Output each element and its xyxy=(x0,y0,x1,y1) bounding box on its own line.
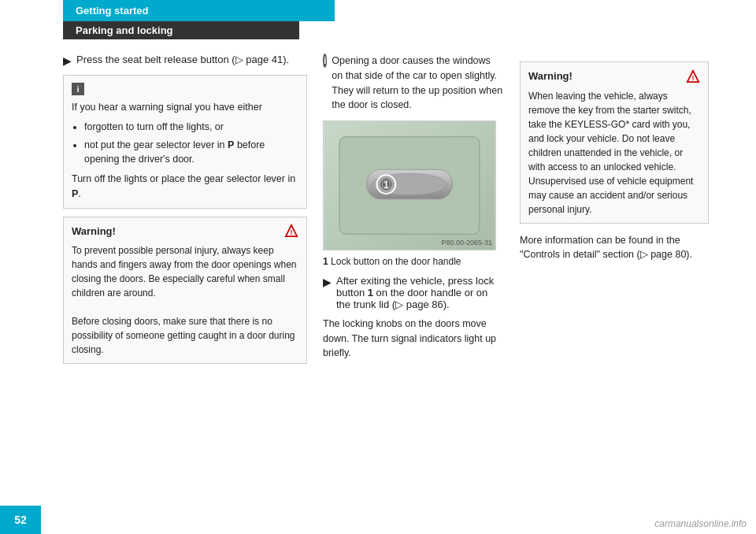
svg-text:1: 1 xyxy=(384,180,389,191)
info-text-intro: If you hear a warning signal you have ei… xyxy=(72,100,298,115)
warning-body-right: When leaving the vehicle, always remove … xyxy=(528,89,700,217)
header-title: Getting started xyxy=(76,5,148,17)
info-box: i If you hear a warning signal you have … xyxy=(63,75,307,209)
bullet-item-2: not put the gear selector lever in P bef… xyxy=(84,138,298,168)
step1-item: ▶ Press the seat belt release button (▷ … xyxy=(63,54,307,67)
left-column: ▶ Press the seat belt release button (▷ … xyxy=(63,54,307,364)
step2-item: ▶ After exiting the vehicle, press lock … xyxy=(323,275,504,310)
bullet-item-1: forgotten to turn off the lights, or xyxy=(84,120,298,135)
locking-text: The locking knobs on the doors move down… xyxy=(323,317,504,361)
main-content: ▶ Press the seat belt release button (▷ … xyxy=(0,54,756,364)
header-bar: Getting started xyxy=(63,0,335,21)
more-info-text: More information can be found in the "Co… xyxy=(520,233,709,263)
step1-text: Press the seat belt release button (▷ pa… xyxy=(76,54,289,65)
caption-label: Lock button on the door handle xyxy=(331,256,461,267)
opening-door-text: Opening a door causes the windows on tha… xyxy=(332,54,504,113)
warning-box-left: Warning! ! To prevent possible personal … xyxy=(63,217,307,365)
mid-info-row: i Opening a door causes the windows on t… xyxy=(323,54,504,113)
right-column: Warning! ! When leaving the vehicle, alw… xyxy=(520,54,709,364)
bullet-list: forgotten to turn off the lights, or not… xyxy=(84,120,298,167)
svg-text:!: ! xyxy=(291,229,293,237)
door-image: 1 P80.00-2065-31 xyxy=(323,121,496,250)
caption-text: 1 Lock button on the door handle xyxy=(323,255,504,269)
page-number: 52 xyxy=(0,506,41,534)
watermark: carmanualsonline.info xyxy=(654,518,747,529)
caption-number: 1 xyxy=(323,256,328,267)
info-icon: i xyxy=(72,83,84,95)
warning-label-right: Warning! xyxy=(528,69,573,84)
mid-column: i Opening a door causes the windows on t… xyxy=(323,54,504,364)
turn-off-text: Turn off the lights or place the gear se… xyxy=(72,172,298,202)
door-handle-svg: 1 xyxy=(324,121,495,250)
step2-arrow: ▶ xyxy=(323,276,332,288)
warning-label-left: Warning! xyxy=(72,224,116,239)
step1-arrow: ▶ xyxy=(63,54,72,67)
section-label: Parking and locking xyxy=(76,24,173,36)
step2-text: After exiting the vehicle, press lock bu… xyxy=(336,275,504,310)
svg-text:!: ! xyxy=(692,74,695,82)
warning-triangle-icon-left: ! xyxy=(284,224,298,238)
mid-info-circle-icon: i xyxy=(323,54,327,68)
warning-triangle-icon-right: ! xyxy=(686,69,700,83)
warning-body-left: To prevent possible personal injury, alw… xyxy=(72,243,298,357)
section-title: Parking and locking xyxy=(63,21,299,39)
warning-header-left: Warning! ! xyxy=(72,224,298,239)
image-label: P80.00-2065-31 xyxy=(441,239,492,247)
warning-header-right: Warning! ! xyxy=(528,69,700,84)
warning-box-right: Warning! ! When leaving the vehicle, alw… xyxy=(520,61,709,224)
